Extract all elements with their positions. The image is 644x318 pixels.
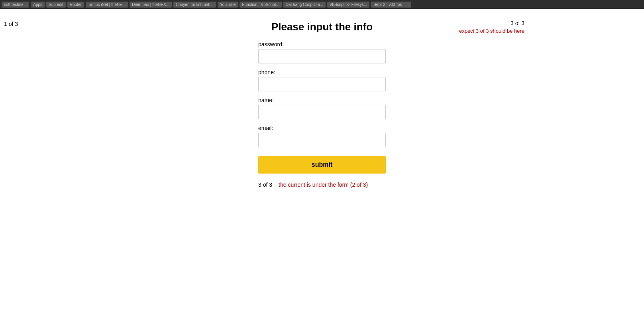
- name-input[interactable]: [258, 105, 386, 119]
- phone-group: phone:: [258, 69, 386, 91]
- tab-1[interactable]: soft techne...: [2, 2, 29, 8]
- form-title: Please input the info: [258, 21, 386, 33]
- bottom-status: 3 of 3 the current is under the form (2 …: [258, 182, 386, 188]
- password-label: password:: [258, 41, 386, 47]
- main-content: Please input the info password: phone: n…: [0, 9, 644, 188]
- tab-5[interactable]: Tin tuc iNet | theNE...: [86, 2, 128, 8]
- tab-6[interactable]: Diem bao | theNEX...: [130, 2, 172, 8]
- phone-input[interactable]: [258, 77, 386, 91]
- tab-9[interactable]: Function - VbScript...: [240, 2, 281, 8]
- name-label: name:: [258, 97, 386, 103]
- tab-7[interactable]: Chuyen tro linh unh...: [173, 2, 216, 8]
- name-group: name:: [258, 97, 386, 119]
- tab-12[interactable]: Sept-2 - v03-tps - ...: [371, 2, 411, 8]
- email-input[interactable]: [258, 133, 386, 147]
- phone-label: phone:: [258, 69, 386, 75]
- password-input[interactable]: [258, 49, 386, 63]
- tab-2[interactable]: Apps: [31, 2, 45, 8]
- browser-bar: soft techne... Apps Sub edit Router Tin …: [0, 0, 644, 9]
- email-group: email:: [258, 125, 386, 147]
- form-container: Please input the info password: phone: n…: [258, 21, 386, 188]
- tab-3[interactable]: Sub edit: [46, 2, 66, 8]
- bottom-note: the current is under the form (2 of 3): [279, 182, 368, 188]
- tab-4[interactable]: Router: [67, 2, 84, 8]
- tab-10[interactable]: Dat hang Coop Oni...: [283, 2, 326, 8]
- tab-8[interactable]: YouTube: [218, 2, 238, 8]
- submit-button[interactable]: submit: [258, 156, 386, 174]
- bottom-count: 3 of 3: [258, 182, 272, 188]
- email-label: email:: [258, 125, 386, 131]
- password-group: password:: [258, 41, 386, 63]
- tab-11[interactable]: VbScript >> Filesys...: [327, 2, 369, 8]
